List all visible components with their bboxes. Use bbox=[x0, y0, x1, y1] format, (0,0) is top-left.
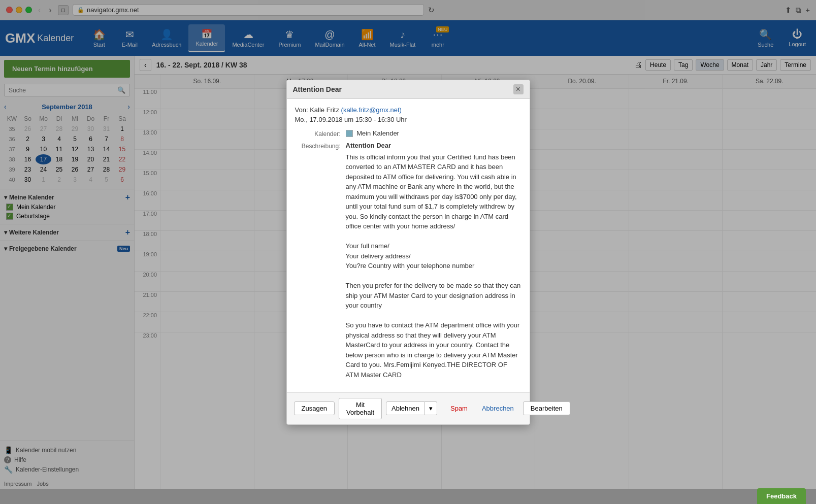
modal-sender: Von: Kalle Fritz (kalle.fritz@gmx.net) bbox=[295, 106, 521, 114]
modal-overlay[interactable]: Attention Dear × Von: Kalle Fritz (kalle… bbox=[0, 0, 816, 504]
sender-email-link[interactable]: (kalle.fritz@gmx.net) bbox=[341, 106, 402, 114]
kalender-label: Kalender: bbox=[295, 129, 346, 138]
kalender-value: Mein Kalender bbox=[346, 129, 521, 138]
modal-field-beschreibung: Beschreibung: Attention Dear This is off… bbox=[295, 142, 521, 392]
zusagen-btn[interactable]: Zusagen bbox=[294, 401, 335, 415]
desc-body: This is official inform you that your Ce… bbox=[346, 152, 521, 392]
beschreibung-content: Attention Dear This is official inform y… bbox=[346, 142, 521, 392]
bearbeiten-btn[interactable]: Bearbeiten bbox=[523, 401, 570, 415]
sender-name: Kalle Fritz bbox=[310, 106, 341, 114]
modal-footer: Zusagen Mit Vorbehalt Ablehnen ▾ Spam Ab… bbox=[287, 392, 530, 424]
modal-header: Attention Dear × bbox=[287, 80, 530, 99]
ablehnen-dropdown-btn[interactable]: ▾ bbox=[425, 401, 437, 415]
modal-body: Von: Kalle Fritz (kalle.fritz@gmx.net) M… bbox=[287, 99, 530, 392]
ablehnen-group: Ablehnen ▾ bbox=[386, 401, 437, 415]
mit-vorbehalt-btn[interactable]: Mit Vorbehalt bbox=[339, 398, 382, 419]
sender-label: Von: bbox=[295, 106, 310, 114]
spam-btn[interactable]: Spam bbox=[445, 402, 473, 415]
kalender-name: Mein Kalender bbox=[356, 129, 399, 137]
ablehnen-btn[interactable]: Ablehnen bbox=[386, 401, 425, 415]
modal-time: Mo., 17.09.2018 um 15:30 - 16:30 Uhr bbox=[295, 116, 521, 123]
desc-title: Attention Dear bbox=[346, 142, 521, 149]
cal-color-swatch bbox=[346, 130, 353, 137]
modal-title: Attention Dear bbox=[293, 85, 342, 93]
modal-close-btn[interactable]: × bbox=[513, 84, 524, 94]
beschreibung-label: Beschreibung: bbox=[295, 142, 346, 150]
feedback-btn[interactable]: Feedback bbox=[757, 488, 806, 504]
event-modal: Attention Dear × Von: Kalle Fritz (kalle… bbox=[286, 80, 530, 425]
abbrechen-btn[interactable]: Abbrechen bbox=[477, 402, 519, 415]
modal-field-kalender: Kalender: Mein Kalender bbox=[295, 129, 521, 138]
